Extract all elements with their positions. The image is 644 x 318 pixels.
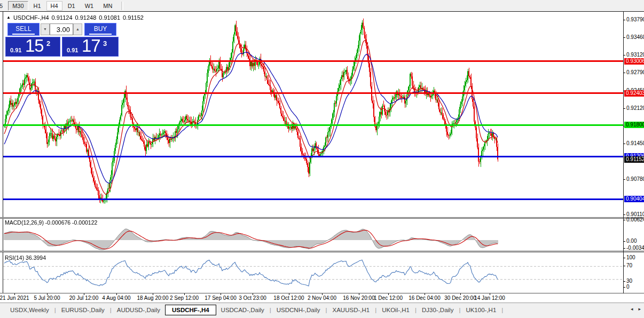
volume-down-button[interactable]: ▼	[41, 23, 50, 35]
rsi-indicator-label: RSI(14) 36.3994	[5, 255, 46, 261]
ohlc-close: 0.91152	[123, 14, 144, 21]
bid-price-pipette: 2	[46, 39, 50, 47]
rsi-axis-label: 70	[626, 263, 632, 268]
buy-button[interactable]: BUY	[84, 23, 116, 36]
sell-button[interactable]: SELL	[7, 23, 40, 36]
price-tick-mark	[623, 214, 625, 215]
timeframe-toolbar: 5M30H1H4D1W1MN	[0, 0, 644, 11]
ask-price-prefix: 0.91	[67, 47, 78, 53]
chart-symbol-timeframe: USDCHF-,H4	[13, 14, 49, 21]
tab-separator: |	[270, 307, 271, 313]
tab-scroll-left-icon[interactable]: ◂	[631, 306, 633, 312]
timeframe-button-d1[interactable]: D1	[64, 1, 80, 11]
tab-usdchf-h4[interactable]: USDCHF-,H4	[165, 305, 216, 315]
tab-dj30-daily[interactable]: DJ30-,Daily	[417, 305, 458, 315]
tab-scroll-right-icon[interactable]: ▸	[638, 306, 641, 312]
price-tick-label: 0.92120	[626, 105, 644, 111]
price-line-label-092403: 0.92403	[624, 90, 644, 97]
price-tick-mark	[623, 108, 625, 109]
timeframe-button-h4[interactable]: H4	[46, 1, 62, 11]
buy-button-underline	[89, 34, 112, 35]
timeframe-button-m30[interactable]: M30	[8, 1, 28, 11]
ohlc-high: 0.91248	[75, 14, 97, 21]
timeframe-button-h1[interactable]: H1	[29, 1, 45, 11]
macd-indicator-label: MACD(12,26,9) -0.000676 -0.000122	[5, 219, 97, 226]
volume-input[interactable]	[50, 23, 73, 35]
price-axis[interactable]: 0.937900.934600.931200.927900.924500.921…	[623, 12, 644, 303]
price-line-label-093006: 0.93006	[624, 58, 644, 65]
price-tick-mark	[623, 20, 625, 20]
rsi-axis-label: 100	[626, 255, 635, 260]
bid-price-box[interactable]: 0.91 15 2	[5, 37, 60, 57]
timeframe-button-w1[interactable]: W1	[81, 1, 98, 11]
tab-separator: |	[110, 307, 112, 313]
price-tick-label: 0.93120	[626, 52, 644, 58]
buy-button-label: BUY	[94, 25, 107, 33]
price-tick-mark	[623, 55, 625, 55]
macd-axis-label: 0.00	[626, 238, 637, 244]
price-tick-label: 0.90780	[626, 176, 644, 182]
price-tick-mark	[623, 179, 625, 180]
sell-button-underline	[12, 34, 35, 35]
tab-separator: |	[54, 307, 56, 313]
ohlc-open: 0.91124	[52, 14, 73, 21]
macd-axis-label: -0.00345	[626, 245, 644, 251]
price-tick-label: 0.92790	[626, 69, 644, 75]
timeframe-button-5[interactable]: 5	[0, 1, 7, 11]
price-tick-mark	[623, 144, 625, 144]
tab-usdcnh-daily[interactable]: USDCNH-,Daily	[272, 305, 325, 315]
price-line-label-091800: 0.91800	[624, 122, 644, 128]
price-tick-label: 0.93790	[626, 17, 644, 22]
tab-xauusd-h1[interactable]: XAUUSD-,H1	[328, 305, 375, 315]
tab-separator: |	[459, 307, 460, 313]
rsi-axis-label: 30	[626, 278, 632, 284]
macd-axis-label-tick	[623, 248, 625, 249]
price-line-label-090404: 0.90404	[624, 196, 644, 202]
tab-separator: |	[415, 307, 417, 313]
rsi-axis-label-tick	[623, 266, 625, 266]
bid-price-prefix: 0.91	[10, 47, 21, 53]
tab-usdx-weekly[interactable]: USDX,Weekly	[5, 305, 54, 315]
toolbar-separator	[121, 2, 123, 10]
ask-price-box[interactable]: 0.91 17 3	[62, 37, 119, 57]
rsi-axis-label-tick	[623, 281, 625, 282]
one-click-panel-toggle-icon[interactable]: ▲	[6, 15, 11, 20]
tab-separator: |	[326, 307, 327, 313]
one-click-trade-panel: SELL ▼ ▲ BUY 0.91 15 2 0.91 17 3	[5, 23, 119, 57]
price-tick-label: 0.93460	[626, 34, 644, 40]
tab-eurusd-daily[interactable]: EURUSD-,Daily	[57, 305, 109, 315]
mt-terminal-window: 5M30H1H4D1W1MN ▲ USDCHF-,H4 0.91124 0.91…	[0, 0, 644, 318]
macd-axis-label-tick	[623, 220, 625, 220]
tab-usdcad-daily[interactable]: USDCAD-,Daily	[216, 305, 269, 315]
volume-up-button[interactable]: ▲	[73, 23, 82, 35]
sell-button-label: SELL	[15, 25, 31, 33]
tab-separator: |	[375, 307, 376, 313]
tab-uk100-h1[interactable]: UK100-,H1	[461, 305, 501, 315]
tab-audusd-daily[interactable]: AUDUSD-,Daily	[112, 305, 165, 315]
price-line-label-091152: 0.91152	[624, 156, 644, 163]
price-tick-label: 0.91450	[626, 140, 644, 146]
tab-scroll-buttons: ◂ ▸	[631, 306, 641, 312]
price-tick-mark	[623, 37, 625, 38]
chart-tab-bar: USDX,Weekly|EURUSD-,Daily|AUDUSD-,DailyU…	[0, 304, 644, 316]
bid-price-big: 15	[25, 36, 44, 56]
rsi-axis-label-tick	[623, 258, 625, 258]
chart-header: ▲ USDCHF-,H4 0.91124 0.91248 0.91081 0.9…	[6, 14, 144, 21]
ask-price-big: 17	[82, 36, 100, 56]
timeframe-button-mn[interactable]: MN	[99, 1, 116, 11]
tab-separator: |	[501, 307, 503, 313]
price-tick-mark	[623, 73, 625, 73]
macd-axis-label-tick	[623, 241, 625, 242]
time-axis[interactable]: 21 Jun 20215 Jul 20:0020 Jul 12:004 Aug …	[0, 293, 644, 303]
ask-price-pipette: 3	[103, 39, 107, 47]
macd-axis-label: 0.006246	[626, 217, 644, 222]
rsi-pane-canvas[interactable]	[3, 252, 623, 293]
ohlc-low: 0.91081	[99, 14, 120, 21]
rsi-axis-label: 0	[626, 284, 630, 290]
time-axis-label: 14 Jan 12:00	[466, 295, 514, 301]
status-strip	[0, 316, 644, 318]
tab-ukoil-h1[interactable]: UKOil-,H1	[377, 305, 414, 315]
rsi-axis-label-tick	[623, 287, 625, 288]
